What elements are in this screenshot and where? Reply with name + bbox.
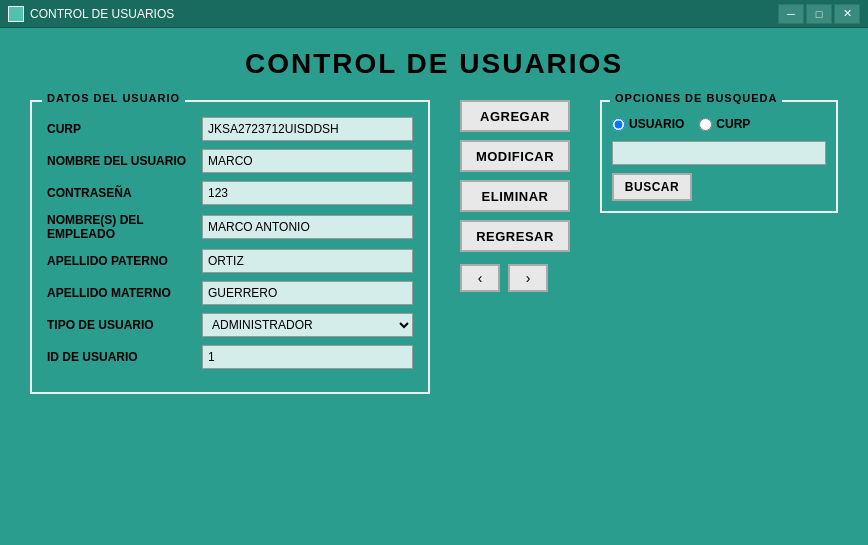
agregar-button[interactable]: AGREGAR [460,100,570,132]
apellido-materno-field[interactable] [202,281,413,305]
apellido-materno-label: APELLIDO MATERNO [47,286,202,300]
title-bar: CONTROL DE USUARIOS ─ □ ✕ [0,0,868,28]
radio-usuario-input[interactable] [612,118,625,131]
radio-curp-label: CURP [716,117,750,131]
buscar-button[interactable]: BUSCAR [612,173,692,201]
eliminar-button[interactable]: ELIMINAR [460,180,570,212]
radio-usuario[interactable]: USUARIO [612,117,684,131]
user-type-row: TIPO DE USUARIO ADMINISTRADOR USUARIO SU… [47,313,413,337]
content-row: DATOS DEL USUARIO CURP NOMBRE DEL USUARI… [30,100,838,394]
minimize-button[interactable]: ─ [778,4,804,24]
search-panel: OPCIONES DE BUSQUEDA USUARIO CURP BUSCAR [600,100,838,213]
radio-row: USUARIO CURP [612,117,826,131]
radio-curp-input[interactable] [699,118,712,131]
curp-label: CURP [47,122,202,136]
employee-name-field[interactable] [202,215,413,239]
curp-row: CURP [47,117,413,141]
apellido-materno-row: APELLIDO MATERNO [47,281,413,305]
page-title: CONTROL DE USUARIOS [30,48,838,80]
maximize-button[interactable]: □ [806,4,832,24]
username-label: NOMBRE DEL USUARIO [47,154,202,168]
form-panel-legend: DATOS DEL USUARIO [42,92,185,104]
user-id-row: ID DE USUARIO [47,345,413,369]
username-row: NOMBRE DEL USUARIO [47,149,413,173]
search-input[interactable] [612,141,826,165]
regresar-button[interactable]: REGRESAR [460,220,570,252]
user-id-field[interactable] [202,345,413,369]
user-type-select[interactable]: ADMINISTRADOR USUARIO SUPERVISOR [202,313,413,337]
title-bar-left: CONTROL DE USUARIOS [8,6,174,22]
prev-button[interactable]: ‹ [460,264,500,292]
title-bar-controls: ─ □ ✕ [778,4,860,24]
radio-usuario-label: USUARIO [629,117,684,131]
user-id-label: ID DE USUARIO [47,350,202,364]
password-field[interactable] [202,181,413,205]
main-content: CONTROL DE USUARIOS DATOS DEL USUARIO CU… [0,28,868,414]
apellido-paterno-field[interactable] [202,249,413,273]
modificar-button[interactable]: MODIFICAR [460,140,570,172]
title-bar-title: CONTROL DE USUARIOS [30,7,174,21]
nav-row: ‹ › [460,264,570,292]
form-panel: DATOS DEL USUARIO CURP NOMBRE DEL USUARI… [30,100,430,394]
apellido-paterno-row: APELLIDO PATERNO [47,249,413,273]
curp-field[interactable] [202,117,413,141]
buttons-col: AGREGAR MODIFICAR ELIMINAR REGRESAR ‹ › [460,100,570,292]
username-field[interactable] [202,149,413,173]
next-button[interactable]: › [508,264,548,292]
radio-curp[interactable]: CURP [699,117,750,131]
app-icon [8,6,24,22]
employee-name-label: NOMBRE(S) DEL EMPLEADO [47,213,202,241]
close-button[interactable]: ✕ [834,4,860,24]
user-type-label: TIPO DE USUARIO [47,318,202,332]
password-label: CONTRASEÑA [47,186,202,200]
apellido-paterno-label: APELLIDO PATERNO [47,254,202,268]
password-row: CONTRASEÑA [47,181,413,205]
search-panel-legend: OPCIONES DE BUSQUEDA [610,92,782,104]
employee-name-row: NOMBRE(S) DEL EMPLEADO [47,213,413,241]
